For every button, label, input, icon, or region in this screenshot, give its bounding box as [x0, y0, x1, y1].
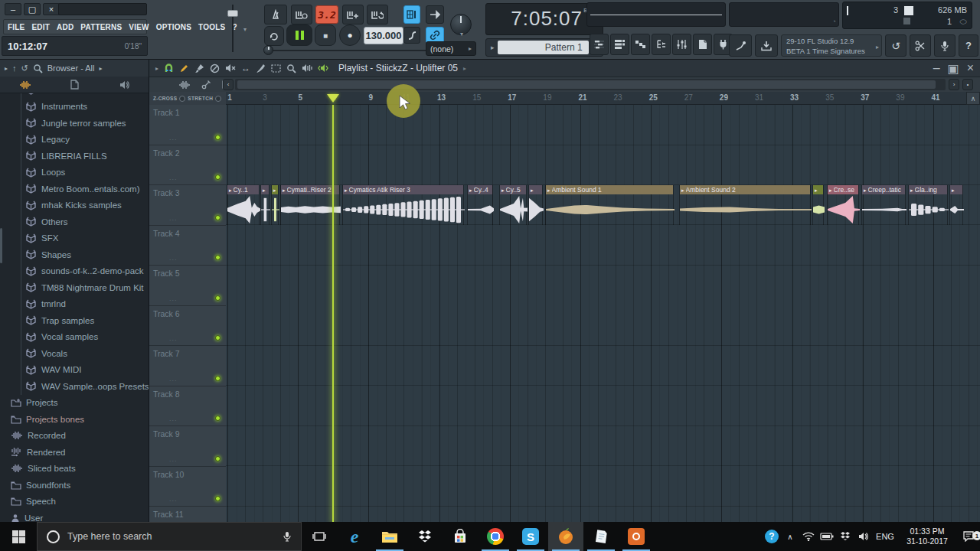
track-mute-led[interactable]: [215, 335, 220, 341]
browser-item[interactable]: TM88 Nightmare Drum Kit: [0, 279, 149, 296]
wait-for-input-button[interactable]: [291, 5, 312, 24]
clip-header[interactable]: ▸: [272, 185, 278, 194]
scrollbar-thumb[interactable]: [237, 80, 936, 89]
browser-item[interactable]: Metro Boom..entals.com): [0, 181, 149, 197]
track-mute-led[interactable]: [215, 496, 220, 501]
menu-item-edit[interactable]: EDIT: [31, 23, 50, 31]
browser-item[interactable]: Sliced beats: [0, 461, 149, 478]
typing-keyboard-button[interactable]: [403, 27, 420, 44]
help-bubble-icon[interactable]: ?: [763, 530, 781, 543]
taskbar-app-explorer[interactable]: [372, 522, 407, 551]
taskbar-app-fl-studio[interactable]: [548, 522, 583, 551]
stretch-toggle[interactable]: [215, 96, 221, 102]
horizontal-scrollbar[interactable]: [235, 79, 946, 90]
chevron-right-icon[interactable]: ▸: [155, 65, 158, 72]
track-mute-led[interactable]: [215, 135, 220, 140]
scroll-up-button[interactable]: ∧: [966, 92, 980, 105]
audio-track-icon[interactable]: [178, 80, 191, 90]
browser-item[interactable]: Speech: [0, 494, 149, 510]
browser-item[interactable]: SFX: [0, 230, 149, 247]
clip-header[interactable]: ▸Ambient Sound 2: [680, 185, 810, 194]
chevron-right-icon[interactable]: ▸: [463, 65, 466, 72]
track-header[interactable]: Track 8 ...: [149, 386, 226, 427]
clip-header[interactable]: ▸Ambient Sound 1: [546, 185, 673, 194]
clip-header[interactable]: ▸: [261, 185, 269, 194]
playlist-minimize-icon[interactable]: –: [933, 61, 940, 76]
shuffle-knob[interactable]: [263, 45, 273, 55]
import-button[interactable]: [755, 34, 778, 57]
slip-tool-icon[interactable]: [210, 64, 220, 73]
browser-item[interactable]: Vocals: [0, 345, 149, 362]
browser-scrollbar[interactable]: [0, 228, 2, 263]
tab-speech[interactable]: [100, 77, 149, 93]
audio-clip[interactable]: ▸Cre..se: [827, 185, 859, 225]
main-time-display[interactable]: 7:05:07 B:S:T: [485, 3, 603, 35]
back-icon[interactable]: ↺: [21, 64, 28, 73]
track-mute-led[interactable]: [215, 255, 220, 260]
audio-clip[interactable]: ▸Creep..tatic: [861, 185, 906, 225]
zcross-toggle[interactable]: [179, 96, 185, 102]
taskbar-app-skype[interactable]: S: [513, 522, 548, 551]
project-info-button[interactable]: [693, 34, 712, 55]
volume-icon[interactable]: [854, 532, 873, 541]
browser-item[interactable]: Instruments: [0, 99, 149, 116]
song-loop-button[interactable]: [264, 26, 284, 46]
audio-clip[interactable]: ▸Cy..5: [499, 185, 527, 225]
clip-header[interactable]: ▸Creep..tatic: [862, 185, 905, 194]
search-icon[interactable]: [33, 64, 43, 73]
pencil-tool-icon[interactable]: [179, 64, 189, 73]
chevron-right-icon[interactable]: ▸: [876, 42, 879, 52]
track-mute-led[interactable]: [215, 456, 220, 461]
browser-item[interactable]: Soundfonts: [0, 477, 149, 494]
playlist-close-icon[interactable]: ×: [967, 61, 974, 76]
browser-item[interactable]: WAV Sample..oops Presets: [0, 378, 149, 395]
paint-tool-icon[interactable]: [194, 64, 204, 73]
timeline-ruler[interactable]: Z-CROSS STRETCH 135791113151719212325272…: [149, 92, 980, 105]
clip-header[interactable]: ▸Cy..5: [500, 185, 526, 194]
task-view-button[interactable]: [302, 522, 337, 551]
clip-header[interactable]: ▸Cy..1: [227, 185, 259, 194]
taskbar-app-dropbox[interactable]: [407, 522, 443, 551]
select-tool-icon[interactable]: [271, 64, 281, 73]
zoom-tool-icon[interactable]: [286, 64, 296, 73]
search-mic-icon[interactable]: [283, 531, 292, 542]
clip-header[interactable]: ▸: [529, 185, 542, 194]
taskbar-app-notepad[interactable]: [583, 522, 619, 551]
browser-item[interactable]: Recorded: [0, 428, 149, 445]
browser-item[interactable]: User: [0, 510, 149, 522]
pattern-song-toggle[interactable]: [403, 5, 420, 24]
channel-rack-button[interactable]: [610, 34, 629, 55]
sleep-mode-button[interactable]: [729, 34, 752, 57]
track-header[interactable]: Track 2 ...: [149, 145, 226, 186]
browser-window-button[interactable]: [652, 34, 671, 55]
track-header[interactable]: Track 5 ...: [149, 266, 226, 306]
chevron-down-icon[interactable]: ▾: [243, 26, 247, 33]
help-button[interactable]: ?: [959, 34, 978, 57]
track-mute-led[interactable]: [215, 376, 220, 381]
clip-header[interactable]: ▸Cymatics Atik Riser 3: [343, 185, 463, 194]
piano-roll-button[interactable]: [631, 34, 650, 55]
browser-item[interactable]: Projects: [0, 395, 149, 412]
taskbar-search[interactable]: Type here to search: [37, 522, 302, 551]
taskbar-app-orange-app[interactable]: [619, 522, 654, 551]
menu-item-add[interactable]: ADD: [57, 23, 74, 31]
audio-clip[interactable]: ▸: [812, 185, 824, 225]
menu-item-patterns[interactable]: PATTERNS: [80, 23, 122, 31]
step-edit-button[interactable]: [426, 5, 444, 24]
browser-item[interactable]: Projects bones: [0, 411, 149, 428]
taskbar-app-chrome[interactable]: [478, 522, 513, 551]
audio-clip[interactable]: ▸: [271, 185, 279, 225]
magnet-icon[interactable]: [164, 64, 174, 73]
clip-header[interactable]: ▸Cy..4: [468, 185, 492, 194]
minimize-button[interactable]: –: [5, 3, 21, 15]
mute-tool-icon[interactable]: [225, 64, 236, 73]
audio-clip[interactable]: ▸Gla..ing: [908, 185, 948, 225]
mixer-window-button[interactable]: [672, 34, 691, 55]
track-mute-led[interactable]: [215, 416, 220, 421]
dropbox-tray-icon[interactable]: [836, 532, 854, 541]
track-header[interactable]: Track 1 ...: [149, 105, 226, 145]
taskbar-app-edge[interactable]: e: [337, 522, 372, 551]
tab-samples[interactable]: [0, 77, 50, 93]
metronome-button[interactable]: [264, 5, 287, 24]
scroll-dot-button[interactable]: •: [962, 79, 973, 90]
